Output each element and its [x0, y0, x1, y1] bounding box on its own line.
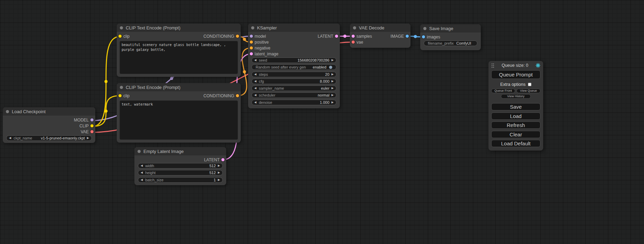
- drag-handle-icon[interactable]: [491, 63, 494, 68]
- arrow-left-icon[interactable]: ◀: [254, 94, 256, 97]
- arrow-right-icon[interactable]: ▶: [332, 80, 334, 83]
- cfg-widget[interactable]: ◀ cfg 8.000 ▶: [252, 79, 336, 84]
- arrow-left-icon[interactable]: ◀: [254, 80, 256, 83]
- node-collapse-dot-icon[interactable]: [120, 26, 123, 29]
- input-slot-images[interactable]: [422, 35, 425, 38]
- arrow-left-icon[interactable]: ◀: [141, 179, 143, 181]
- sampler-name-widget[interactable]: ◀ sampler_name euler ▶: [252, 85, 336, 91]
- output-slot-image[interactable]: [406, 35, 409, 38]
- arrow-left-icon[interactable]: ◀: [141, 171, 143, 174]
- widget-label: sampler_name: [259, 86, 284, 90]
- input-label-negative: negative: [255, 46, 270, 51]
- widget-value: 156680208700286: [270, 58, 329, 62]
- input-slot-positive[interactable]: [250, 40, 253, 44]
- arrow-right-icon[interactable]: ▶: [332, 73, 334, 76]
- random-seed-toggle-widget[interactable]: Random seed after every gen enabled: [252, 64, 336, 70]
- arrow-right-icon[interactable]: ▶: [218, 179, 220, 181]
- negative-prompt-textarea[interactable]: text, watermark: [120, 100, 238, 140]
- queue-menu-panel[interactable]: Queue size: 0 Queue Prompt Extra options: [488, 61, 543, 151]
- node-title-bar[interactable]: Load Checkpoint: [3, 107, 95, 116]
- output-slot-model[interactable]: [90, 118, 94, 121]
- output-slot-vae[interactable]: [90, 130, 94, 133]
- input-slot-negative[interactable]: [250, 46, 253, 49]
- settings-gear-icon[interactable]: [536, 63, 540, 68]
- node-vae-decode[interactable]: VAE Decode samples IMAGE vae: [350, 24, 411, 48]
- view-queue-button[interactable]: View Queue: [517, 89, 540, 93]
- input-slot-samples[interactable]: [352, 35, 355, 38]
- arrow-left-icon[interactable]: ◀: [254, 59, 256, 62]
- node-collapse-dot-icon[interactable]: [138, 150, 141, 153]
- scheduler-widget[interactable]: ◀ scheduler normal ▶: [252, 92, 336, 98]
- arrow-right-icon[interactable]: ▶: [218, 171, 220, 174]
- denoise-widget[interactable]: ◀ denoise 1.000 ▶: [252, 100, 336, 105]
- arrow-left-icon[interactable]: ◀: [254, 87, 256, 90]
- arrow-left-icon[interactable]: ◀: [254, 101, 256, 104]
- clear-button[interactable]: Clear: [491, 131, 540, 138]
- arrow-right-icon[interactable]: ▶: [332, 87, 334, 90]
- arrow-right-icon[interactable]: ▶: [332, 94, 334, 97]
- output-slot-clip[interactable]: [90, 124, 94, 127]
- save-button[interactable]: Save: [491, 103, 540, 110]
- batch-size-widget[interactable]: ◀ batch_size 1 ▶: [138, 177, 223, 183]
- input-slot-model[interactable]: [250, 35, 253, 38]
- node-load-checkpoint[interactable]: Load Checkpoint MODEL CLIP VAE ◀ ckpt_na…: [3, 107, 95, 143]
- node-save-image[interactable]: Save Image images filename_prefix ComfyU…: [420, 24, 481, 50]
- steps-widget[interactable]: ◀ steps 20 ▶: [252, 72, 336, 77]
- filename-prefix-widget[interactable]: filename_prefix ComfyUI: [424, 40, 477, 46]
- extra-options-checkbox[interactable]: [528, 83, 531, 86]
- extra-options-row: Extra options: [491, 81, 540, 88]
- load-default-button[interactable]: Load Default: [491, 140, 540, 147]
- node-empty-latent-image[interactable]: Empty Latent Image LATENT ◀ width 512 ▶ …: [134, 147, 226, 185]
- arrow-right-icon[interactable]: ▶: [87, 137, 89, 139]
- input-label-latent-image: latent_image: [255, 52, 279, 56]
- input-slot-vae[interactable]: [352, 40, 355, 44]
- view-history-button[interactable]: View History: [501, 94, 531, 99]
- node-graph-canvas[interactable]: Load Checkpoint MODEL CLIP VAE ◀ ckpt_na…: [0, 0, 644, 244]
- wire-dot-cond-positive: [243, 38, 246, 41]
- load-button[interactable]: Load: [491, 112, 540, 120]
- arrow-left-icon[interactable]: ◀: [141, 164, 143, 167]
- node-title-bar[interactable]: Empty Latent Image: [134, 147, 226, 155]
- input-slot-clip[interactable]: [118, 35, 122, 38]
- node-title-bar[interactable]: Save Image: [420, 24, 481, 33]
- arrow-left-icon[interactable]: ◀: [9, 137, 11, 139]
- slot-row: negative: [248, 45, 340, 51]
- queue-prompt-button[interactable]: Queue Prompt: [491, 70, 540, 79]
- width-widget[interactable]: ◀ width 512 ▶: [138, 163, 223, 169]
- positive-prompt-textarea[interactable]: beautiful scenery nature glass bottle la…: [120, 41, 238, 74]
- toggle-dot-icon[interactable]: [329, 66, 332, 69]
- node-ksampler[interactable]: KSampler model LATENT positive negative: [248, 24, 340, 108]
- node-title-bar[interactable]: CLIP Text Encode (Prompt): [117, 83, 241, 91]
- node-collapse-dot-icon[interactable]: [423, 27, 426, 30]
- node-collapse-dot-icon[interactable]: [251, 26, 254, 29]
- output-slot-conditioning[interactable]: [236, 35, 239, 38]
- node-clip-text-encode-negative[interactable]: CLIP Text Encode (Prompt) clip CONDITION…: [117, 83, 241, 143]
- ckpt-name-widget[interactable]: ◀ ckpt_name v1-5-pruned-emaonly.ckpt ▶: [6, 135, 92, 141]
- input-slot-latent-image[interactable]: [250, 52, 253, 55]
- extra-options-label: Extra options: [500, 82, 526, 87]
- widget-label: filename_prefix: [428, 41, 454, 45]
- queue-size-label: Queue size: 0: [502, 63, 528, 68]
- node-collapse-dot-icon[interactable]: [6, 110, 9, 113]
- output-slot-latent[interactable]: [335, 35, 338, 38]
- arrow-right-icon[interactable]: ▶: [332, 59, 334, 62]
- node-title-bar[interactable]: VAE Decode: [350, 24, 411, 32]
- node-title-bar[interactable]: KSampler: [248, 24, 340, 32]
- node-collapse-dot-icon[interactable]: [120, 86, 123, 89]
- node-title-bar[interactable]: CLIP Text Encode (Prompt): [117, 24, 241, 32]
- widget-label: steps: [259, 72, 268, 76]
- queue-front-button[interactable]: Queue Front: [491, 89, 515, 93]
- refresh-button[interactable]: Refresh: [491, 121, 540, 129]
- arrow-right-icon[interactable]: ▶: [218, 164, 220, 167]
- node-collapse-dot-icon[interactable]: [353, 26, 356, 29]
- output-slot-conditioning[interactable]: [236, 94, 239, 97]
- widget-label: Random seed after every gen: [256, 65, 306, 69]
- arrow-right-icon[interactable]: ▶: [332, 101, 334, 104]
- height-widget[interactable]: ◀ height 512 ▶: [138, 170, 223, 175]
- widget-label: ckpt_name: [14, 136, 32, 140]
- seed-widget[interactable]: ◀ seed 156680208700286 ▶: [252, 57, 336, 63]
- node-clip-text-encode-positive[interactable]: CLIP Text Encode (Prompt) clip CONDITION…: [117, 24, 241, 77]
- input-slot-clip[interactable]: [118, 94, 122, 97]
- arrow-left-icon[interactable]: ◀: [254, 73, 256, 76]
- output-slot-latent[interactable]: [221, 158, 224, 161]
